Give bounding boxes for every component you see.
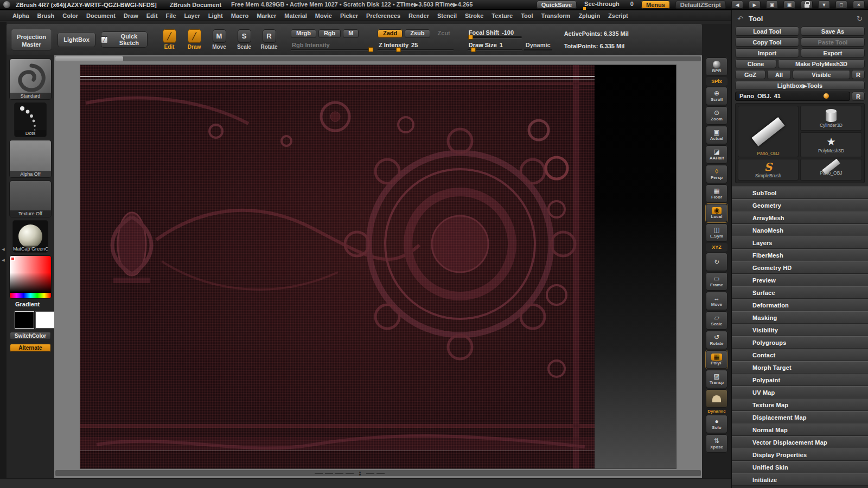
switch-color-button[interactable]: SwitchColor — [10, 332, 51, 340]
polyframe-button[interactable]: ▦ PolyF — [706, 350, 727, 369]
tool-thumb-pano-obj[interactable]: Pano_OBJ — [800, 159, 862, 181]
xpose-button[interactable]: ⇅ Xpose — [706, 434, 727, 453]
scroll-button[interactable]: ⊕ Scroll — [706, 87, 727, 105]
rgb-intensity-slider[interactable]: Rgb Intensity — [291, 42, 372, 50]
menu-item-marker[interactable]: Marker — [253, 12, 280, 20]
frame-button[interactable]: ▭ Frame — [706, 272, 727, 291]
goz-button[interactable]: GoZ — [735, 70, 765, 79]
current-alpha-tile[interactable]: Alpha Off — [10, 140, 51, 177]
focal-shift-handle[interactable] — [469, 35, 473, 39]
tool-section-contact[interactable]: Contact — [732, 349, 868, 361]
quick-sketch-button[interactable]: ╱ Quick Sketch — [101, 31, 148, 48]
tool-section-preview[interactable]: Preview — [732, 274, 868, 286]
tool-section-displacement-map[interactable]: Displacement Map — [732, 411, 868, 423]
tool-section-arraymesh[interactable]: ArrayMesh — [732, 211, 868, 224]
tool-section-geometry[interactable]: Geometry — [732, 199, 868, 211]
tray-reset-icon[interactable]: ↻ — [857, 15, 863, 23]
menu-item-texture[interactable]: Texture — [488, 12, 516, 20]
bottom-scrollbar-handle[interactable]: ▲▼ — [315, 471, 385, 476]
menus-button[interactable]: Menus — [641, 1, 670, 9]
main-color-swatch[interactable] — [15, 312, 34, 328]
tool-section-morph-target[interactable]: Morph Target — [732, 361, 868, 374]
menu-item-picker[interactable]: Picker — [336, 12, 362, 20]
menu-item-draw[interactable]: Draw — [120, 12, 142, 20]
edit-mode-button[interactable]: ╱ Edit — [159, 29, 179, 50]
local-pivot-button[interactable]: ◉ Local — [706, 204, 727, 222]
tool-thumb-cylinder3d[interactable]: Cylinder3D — [800, 106, 862, 131]
zsub-button[interactable]: Zsub — [405, 29, 430, 38]
current-tool-thumbnail[interactable]: Pano_OBJ — [738, 106, 799, 157]
top-scrollbar-handle[interactable] — [55, 56, 123, 61]
tool-section-polygroups[interactable]: Polygroups — [732, 336, 868, 349]
tool-section-display-properties[interactable]: Display Properties — [732, 448, 868, 461]
close-button[interactable]: × — [853, 1, 865, 9]
rgb-intensity-handle[interactable] — [369, 48, 373, 52]
alternate-button[interactable]: Alternate — [10, 344, 51, 352]
current-stroke-tile[interactable]: Dots — [15, 103, 46, 137]
tool-slider-handle[interactable] — [824, 93, 829, 99]
export-button[interactable]: Export — [801, 48, 865, 57]
copy-tool-button[interactable]: Copy Tool — [735, 37, 799, 47]
tool-section-polypaint[interactable]: Polypaint — [732, 374, 868, 386]
hue-strip[interactable] — [10, 293, 51, 298]
current-brush-tile[interactable]: Standard — [10, 59, 51, 99]
solo-button[interactable]: ● Solo — [706, 415, 727, 433]
rotate-3d-button[interactable]: ↺ Rotate — [706, 331, 727, 349]
scale-3d-button[interactable]: ▱ Scale — [706, 311, 727, 330]
document-canvas[interactable] — [80, 65, 676, 468]
lock-button[interactable] — [801, 1, 813, 9]
menu-item-zscript[interactable]: Zscript — [604, 12, 632, 20]
ghost-transparency-button[interactable] — [706, 389, 727, 408]
tool-section-subtool[interactable]: SubTool — [732, 187, 868, 199]
load-tool-button[interactable]: Load Tool — [735, 27, 799, 36]
z-intensity-handle[interactable] — [397, 48, 400, 52]
xyz-symmetry-button[interactable]: XYZ — [706, 243, 727, 252]
perspective-button[interactable]: ◊ Persp — [706, 165, 727, 183]
goz-r-button[interactable]: R — [852, 70, 865, 79]
tool-section-texture-map[interactable]: Texture Map — [732, 399, 868, 411]
current-texture-tile[interactable]: Texture Off — [10, 181, 51, 217]
tool-section-vector-displacement-map[interactable]: Vector Displacement Map — [732, 436, 868, 448]
see-through-handle[interactable] — [583, 7, 586, 10]
menu-item-stroke[interactable]: Stroke — [461, 12, 487, 20]
focal-shift-slider[interactable]: Focal Shift -100 — [468, 29, 522, 38]
actual-size-button[interactable]: ▣ Actual — [706, 126, 727, 144]
gradient-label[interactable]: Gradient — [15, 301, 54, 307]
move-mode-button[interactable]: M Move — [209, 29, 229, 50]
menu-item-color[interactable]: Color — [59, 12, 82, 20]
rotate-mode-button[interactable]: R Rotate — [259, 29, 279, 50]
scale-mode-button[interactable]: S Scale — [234, 29, 254, 50]
scroll-arrows-icon[interactable]: ▲▼ — [358, 471, 362, 476]
menu-item-alpha[interactable]: Alpha — [9, 12, 33, 20]
menu-item-file[interactable]: File — [162, 12, 180, 20]
bottom-scrollbar[interactable]: ▲▼ — [55, 470, 701, 476]
lightbox-tools-button[interactable]: Lightbox▶Tools — [735, 81, 865, 90]
zadd-button[interactable]: Zadd — [378, 29, 403, 38]
tray-collapse-icon[interactable]: ◀ — [2, 258, 4, 262]
left-tray-edge[interactable]: ◀ ◀ — [0, 22, 7, 488]
menu-item-movie[interactable]: Movie — [311, 12, 336, 20]
tool-section-nanomesh[interactable]: NanoMesh — [732, 224, 868, 236]
shelf-scroll-right-button[interactable]: ▶ — [749, 1, 761, 9]
color-picker[interactable] — [10, 256, 51, 298]
dynamic-draw-size-toggle[interactable]: Dynamic — [524, 42, 552, 50]
tray-collapse-icon[interactable]: ◀ — [2, 247, 4, 252]
tool-thumb-simplebrush[interactable]: S SimpleBrush — [738, 159, 799, 181]
goz-all-button[interactable]: All — [767, 70, 791, 79]
menu-item-brush[interactable]: Brush — [34, 12, 59, 20]
menu-item-render[interactable]: Render — [405, 12, 433, 20]
maximize-button[interactable]: □ — [835, 1, 847, 9]
tool-section-layers[interactable]: Layers — [732, 236, 868, 249]
draw-size-slider[interactable]: Draw Size 1 — [468, 42, 522, 50]
tool-section-unified-skin[interactable]: Unified Skin — [732, 461, 868, 473]
paste-tool-button[interactable]: Paste Tool — [801, 37, 865, 47]
projection-master-button[interactable]: Projection Master — [11, 29, 52, 50]
make-polymesh3d-button[interactable]: Make PolyMesh3D — [778, 59, 865, 68]
menu-item-tool[interactable]: Tool — [517, 12, 537, 20]
bpr-render-button[interactable]: BPR — [706, 57, 727, 76]
menu-item-stencil[interactable]: Stencil — [433, 12, 461, 20]
minimize-button[interactable]: ▼ — [818, 1, 830, 9]
aahalf-button[interactable]: ◪ AAHalf — [706, 145, 727, 164]
tray-flick-icon[interactable]: ↶ — [737, 15, 743, 23]
save-as-button[interactable]: Save As — [801, 27, 865, 36]
